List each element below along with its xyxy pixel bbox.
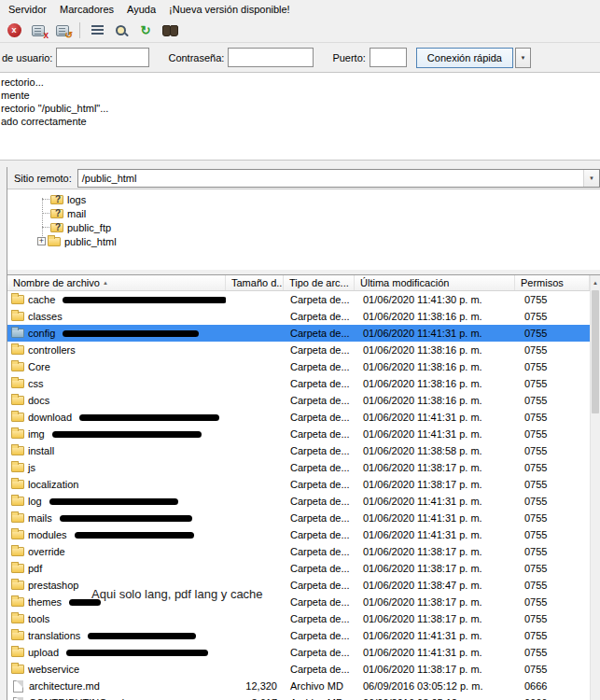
tree-item-mail[interactable]: mail (7, 206, 600, 220)
file-row-log[interactable]: logCarpeta de...01/06/2020 11:41:31 p. m… (7, 493, 590, 510)
file-modified-cell: 01/06/2020 11:41:31 p. m. (355, 325, 515, 342)
menu-item-servidor[interactable]: Servidor (2, 2, 53, 17)
file-size-cell (226, 627, 284, 644)
file-name-cell: architecture.md (7, 678, 226, 694)
question-folder-icon (50, 195, 63, 204)
log-line: rectorio... (0, 76, 600, 89)
tree-item-public_ftp[interactable]: public_ftp (7, 220, 600, 234)
file-row-cache[interactable]: cacheCarpeta de...01/06/2020 11:41:30 p.… (7, 291, 590, 308)
folder-icon (11, 379, 24, 388)
password-input[interactable] (228, 48, 314, 67)
file-permissions-cell: 0755 (515, 358, 590, 375)
cancel-icon-button[interactable]: x (3, 21, 25, 41)
menu-item-nueva-version[interactable]: ¡Nueva versión disponible! (162, 2, 297, 17)
file-row-install[interactable]: installCarpeta de...01/06/2020 11:38:58 … (7, 442, 590, 459)
file-row-pdf[interactable]: pdfCarpeta de...01/06/2020 11:38:17 p. m… (7, 560, 590, 577)
file-row-tools[interactable]: toolsCarpeta de...01/06/2020 11:38:17 p.… (7, 610, 590, 627)
disconnect-icon-button[interactable]: x (27, 21, 49, 41)
quickconnect-button[interactable]: Conexión rápida (416, 48, 513, 68)
vertical-scrollbar[interactable]: ▲ (590, 275, 600, 700)
reconnect-icon-button[interactable]: ↺ (51, 21, 74, 41)
pane-splitter[interactable] (0, 161, 600, 167)
file-modified-cell: 01/06/2020 11:41:31 p. m. (355, 627, 515, 644)
column-header-permissions[interactable]: Permisos (515, 275, 590, 290)
folder-icon (11, 597, 24, 607)
tree-expander-icon[interactable]: + (37, 237, 46, 245)
redaction-mark (60, 515, 192, 522)
folder-icon (11, 581, 24, 590)
file-name-cell: install (7, 442, 226, 459)
file-modified-cell: 01/06/2020 11:38:16 p. m. (355, 342, 515, 358)
file-modified-cell: 01/06/2020 11:38:17 p. m. (355, 459, 515, 476)
file-name-label: log (28, 493, 42, 510)
file-list-rows: cacheCarpeta de...01/06/2020 11:41:30 p.… (7, 291, 590, 700)
file-row-webservice[interactable]: webserviceCarpeta de...01/06/2020 11:38:… (7, 661, 590, 678)
find-icon (162, 25, 177, 35)
file-name-cell: override (7, 543, 226, 560)
scrollbar-thumb[interactable] (592, 290, 599, 413)
redaction-mark (63, 297, 226, 303)
tree-item-label: public_ftp (67, 222, 111, 233)
file-type-cell: Carpeta de... (284, 325, 355, 342)
sort-ascending-icon: ▲ (103, 280, 108, 286)
file-name-label: docs (28, 392, 49, 409)
find-icon-button[interactable] (159, 21, 181, 41)
file-row-controllers[interactable]: controllersCarpeta de...01/06/2020 11:38… (7, 342, 590, 358)
port-input[interactable] (370, 48, 407, 67)
file-row-mails[interactable]: mailsCarpeta de...01/06/2020 11:41:31 p.… (7, 510, 590, 526)
redaction-mark (66, 650, 208, 656)
file-row-CONTRIBUTING.md[interactable]: CONTRIBUTING.md3,617Archivo MD06/09/2016… (7, 694, 590, 700)
tree-item-logs[interactable]: logs (7, 192, 600, 206)
file-permissions-cell: 0755 (515, 594, 590, 610)
file-size-cell: 3,617 (226, 694, 284, 700)
file-type-cell: Carpeta de... (284, 661, 355, 678)
sync-browsing-icon-button[interactable]: ↻ (134, 21, 157, 41)
filter-icon-button[interactable] (86, 21, 108, 41)
menu-item-marcadores[interactable]: Marcadores (53, 2, 120, 17)
file-name-label: install (28, 442, 54, 459)
file-row-docs[interactable]: docsCarpeta de...01/06/2020 11:38:16 p. … (7, 392, 590, 409)
tree-item-public_html[interactable]: +public_html (7, 234, 600, 248)
folder-icon (11, 564, 24, 573)
file-row-localization[interactable]: localizationCarpeta de...01/06/2020 11:3… (7, 476, 590, 493)
file-name-label: pdf (28, 560, 42, 577)
file-row-Core[interactable]: CoreCarpeta de...01/06/2020 11:38:16 p. … (7, 358, 590, 375)
file-row-modules[interactable]: modulesCarpeta de...01/06/2020 11:41:31 … (7, 526, 590, 543)
compare-icon-button[interactable] (110, 21, 133, 41)
file-row-download[interactable]: downloadCarpeta de...01/06/2020 11:41:31… (7, 409, 590, 426)
file-row-config[interactable]: configCarpeta de...01/06/2020 11:41:31 p… (7, 325, 590, 342)
combo-dropdown-icon[interactable]: ▼ (583, 170, 599, 187)
column-header-size[interactable]: Tamaño d... (226, 275, 284, 290)
file-row-js[interactable]: jsCarpeta de...01/06/2020 11:38:17 p. m.… (7, 459, 590, 476)
file-size-cell (226, 644, 284, 661)
username-input[interactable] (56, 48, 149, 67)
column-header-modified[interactable]: Última modificación (355, 275, 515, 290)
file-row-css[interactable]: cssCarpeta de...01/06/2020 11:38:16 p. m… (7, 375, 590, 392)
file-row-translations[interactable]: translationsCarpeta de...01/06/2020 11:4… (7, 627, 590, 644)
column-header-type[interactable]: Tipo de arc... (284, 275, 355, 290)
file-row-img[interactable]: imgCarpeta de...01/06/2020 11:41:31 p. m… (7, 426, 590, 442)
scroll-up-button[interactable]: ▲ (591, 275, 600, 289)
tree-item-label: logs (67, 194, 86, 205)
remote-directory-tree: logsmailpublic_ftp+public_html (7, 189, 600, 270)
menu-item-ayuda[interactable]: Ayuda (120, 2, 162, 17)
quickconnect-dropdown-button[interactable]: ▼ (515, 48, 531, 68)
folder-icon (11, 648, 24, 657)
file-permissions-cell: 0755 (515, 526, 590, 543)
file-type-cell: Carpeta de... (284, 342, 355, 358)
remote-site-combobox[interactable]: /public_html ▼ (77, 169, 600, 188)
remote-file-list: Nombre de archivo▲Tamaño d...Tipo de arc… (7, 274, 600, 700)
file-row-upload[interactable]: uploadCarpeta de...01/06/2020 11:41:31 p… (7, 644, 590, 661)
column-header-name[interactable]: Nombre de archivo▲ (7, 275, 226, 290)
file-modified-cell: 01/06/2020 11:41:31 p. m. (355, 493, 515, 510)
file-permissions-cell: 0755 (515, 627, 590, 644)
file-name-cell: config (7, 325, 226, 342)
file-size-cell (226, 426, 284, 442)
file-row-architecture.md[interactable]: architecture.md12,320Archivo MD06/09/201… (7, 678, 590, 694)
file-name-label: tools (28, 610, 49, 627)
folder-icon (11, 329, 24, 338)
file-row-override[interactable]: overrideCarpeta de...01/06/2020 11:38:17… (7, 543, 590, 560)
file-row-classes[interactable]: classesCarpeta de...01/06/2020 11:38:16 … (7, 308, 590, 325)
file-modified-cell: 01/06/2020 11:38:16 p. m. (355, 375, 515, 392)
tree-connector (42, 213, 49, 214)
